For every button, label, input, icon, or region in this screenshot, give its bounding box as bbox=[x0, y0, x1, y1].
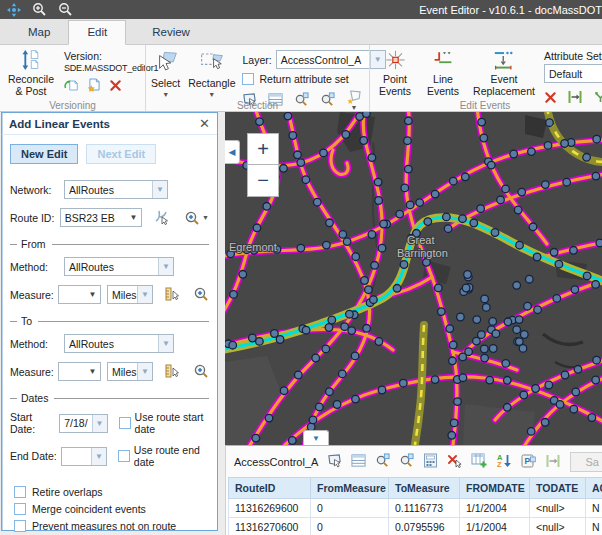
event-point-marker[interactable] bbox=[483, 304, 491, 312]
event-point-marker[interactable] bbox=[583, 154, 591, 162]
event-point-marker[interactable] bbox=[592, 172, 600, 180]
to-zoom-icon[interactable] bbox=[193, 363, 209, 381]
event-point-marker[interactable] bbox=[583, 272, 591, 280]
event-point-marker[interactable] bbox=[328, 316, 336, 324]
event-point-marker[interactable] bbox=[416, 199, 424, 207]
event-point-marker[interactable] bbox=[368, 154, 376, 162]
event-point-marker[interactable] bbox=[346, 310, 354, 318]
event-point-marker[interactable] bbox=[528, 148, 536, 156]
event-point-marker[interactable] bbox=[561, 140, 569, 148]
route-id-dropdown-caret[interactable]: ▼ bbox=[126, 213, 141, 222]
table-identify-icon[interactable]: P bbox=[521, 454, 536, 470]
event-point-marker[interactable] bbox=[342, 131, 350, 139]
col-tomeasure[interactable]: ToMeasure bbox=[389, 478, 460, 499]
event-point-marker[interactable] bbox=[271, 330, 279, 338]
event-point-marker[interactable] bbox=[341, 323, 349, 331]
event-point-marker[interactable] bbox=[294, 151, 302, 159]
event-point-marker[interactable] bbox=[295, 371, 303, 379]
event-point-marker[interactable] bbox=[526, 275, 534, 283]
event-point-marker[interactable] bbox=[504, 377, 512, 385]
col-todate[interactable]: TODATE bbox=[530, 478, 586, 499]
event-point-marker[interactable] bbox=[371, 262, 379, 270]
tab-review[interactable]: Review bbox=[134, 21, 208, 44]
event-point-marker[interactable] bbox=[572, 388, 580, 396]
event-point-marker[interactable] bbox=[488, 161, 496, 169]
retire-overlaps-checkbox[interactable] bbox=[14, 486, 26, 498]
event-point-marker[interactable] bbox=[542, 181, 550, 189]
event-point-marker[interactable] bbox=[256, 118, 264, 126]
event-point-marker[interactable] bbox=[265, 414, 273, 422]
event-point-marker[interactable] bbox=[431, 190, 439, 198]
event-point-marker[interactable] bbox=[533, 253, 541, 261]
event-point-marker[interactable] bbox=[450, 177, 458, 185]
event-point-marker[interactable] bbox=[481, 354, 489, 362]
event-point-marker[interactable] bbox=[352, 253, 360, 261]
event-point-marker[interactable] bbox=[339, 370, 347, 378]
event-point-marker[interactable] bbox=[465, 348, 473, 356]
event-point-marker[interactable] bbox=[423, 259, 431, 267]
use-route-start-checkbox[interactable] bbox=[119, 417, 131, 429]
start-date-caret[interactable]: ▼ bbox=[92, 415, 107, 432]
event-point-marker[interactable] bbox=[504, 318, 512, 326]
event-point-marker[interactable] bbox=[326, 388, 334, 396]
event-point-marker[interactable] bbox=[322, 345, 330, 353]
event-point-marker[interactable] bbox=[570, 405, 578, 413]
event-point-marker[interactable] bbox=[405, 165, 413, 173]
event-point-marker[interactable] bbox=[326, 219, 334, 227]
event-point-marker[interactable] bbox=[375, 338, 383, 346]
event-point-marker[interactable] bbox=[481, 295, 489, 303]
event-point-marker[interactable] bbox=[457, 313, 465, 321]
from-zoom-icon[interactable] bbox=[193, 286, 209, 304]
table-row[interactable]: 1131627060000.07955961/1/2004<null>N bbox=[229, 518, 602, 535]
to-method-caret[interactable]: ▼ bbox=[158, 335, 173, 352]
col-frommeasure[interactable]: FromMeasure bbox=[311, 478, 389, 499]
event-point-marker[interactable] bbox=[555, 260, 563, 268]
event-point-marker[interactable] bbox=[370, 296, 378, 304]
event-point-marker[interactable] bbox=[276, 336, 284, 344]
end-date-caret[interactable]: ▼ bbox=[91, 448, 106, 465]
event-point-marker[interactable] bbox=[446, 325, 454, 333]
event-point-marker[interactable] bbox=[443, 213, 451, 221]
event-point-marker[interactable] bbox=[462, 284, 470, 292]
zoom-in-tool-icon[interactable] bbox=[32, 2, 47, 17]
event-replacement-button[interactable]: Event Replacement bbox=[470, 48, 538, 99]
event-point-marker[interactable] bbox=[481, 345, 489, 353]
map-viewport[interactable]: Egremont Great Barrington ◀ + − ▼ bbox=[225, 112, 602, 445]
return-attribute-checkbox[interactable] bbox=[242, 73, 254, 85]
event-point-marker[interactable] bbox=[497, 196, 505, 204]
attribute-set-dropdown[interactable]: Default ▼ bbox=[544, 64, 602, 83]
event-point-marker[interactable] bbox=[550, 249, 558, 257]
table-collapse-tab[interactable]: ▼ bbox=[303, 430, 329, 445]
from-measure-caret[interactable]: ▼ bbox=[85, 290, 100, 299]
event-point-marker[interactable] bbox=[348, 327, 356, 335]
event-point-marker[interactable] bbox=[333, 401, 341, 409]
event-point-marker[interactable] bbox=[478, 331, 486, 339]
zoom-route-caret[interactable]: ▼ bbox=[202, 215, 209, 220]
event-point-marker[interactable] bbox=[438, 308, 446, 316]
close-icon[interactable]: ✕ bbox=[199, 117, 210, 130]
event-point-marker[interactable] bbox=[491, 229, 499, 237]
col-routeid[interactable]: RouteID bbox=[229, 478, 311, 499]
route-id-dropdown[interactable]: BSR23 EB ▼ bbox=[60, 208, 142, 227]
event-point-marker[interactable] bbox=[527, 428, 535, 436]
event-point-marker[interactable] bbox=[561, 371, 569, 379]
table-sort-icon[interactable]: AZ bbox=[496, 453, 512, 470]
event-point-marker[interactable] bbox=[323, 241, 331, 249]
table-save-button[interactable]: Sa bbox=[570, 452, 602, 472]
line-events-button[interactable]: Line Events bbox=[422, 48, 464, 99]
event-point-marker[interactable] bbox=[284, 112, 292, 120]
event-point-marker[interactable] bbox=[256, 338, 264, 346]
event-point-marker[interactable] bbox=[343, 238, 351, 246]
zoom-out-tool-icon[interactable] bbox=[58, 2, 73, 17]
event-point-marker[interactable] bbox=[449, 357, 457, 365]
col-access[interactable]: AC bbox=[586, 478, 602, 499]
network-dropdown[interactable]: AllRoutes ▼ bbox=[64, 180, 168, 199]
event-point-marker[interactable] bbox=[431, 376, 439, 384]
event-point-marker[interactable] bbox=[546, 119, 554, 127]
to-method-dropdown[interactable]: AllRoutes ▼ bbox=[64, 334, 174, 353]
table-pan-selection-icon[interactable] bbox=[399, 453, 414, 470]
event-point-marker[interactable] bbox=[448, 432, 456, 440]
event-point-marker[interactable] bbox=[363, 112, 371, 117]
from-measure-dropdown[interactable]: ▼ bbox=[58, 285, 101, 304]
event-point-marker[interactable] bbox=[320, 149, 328, 157]
